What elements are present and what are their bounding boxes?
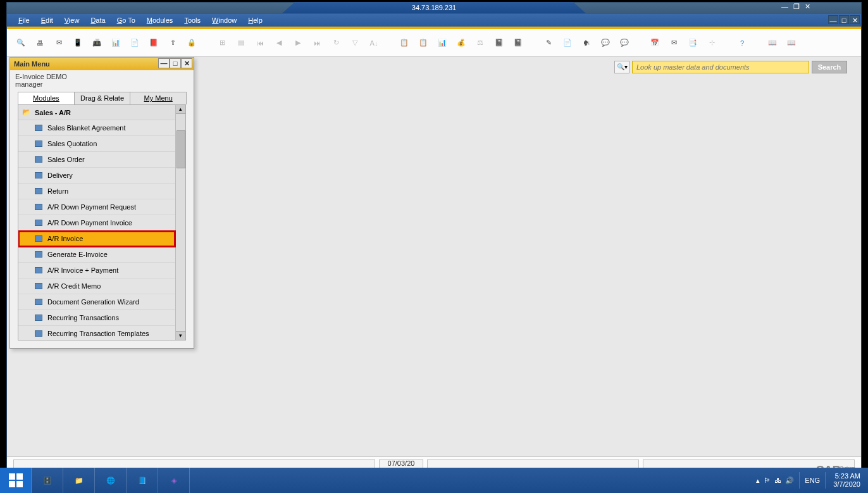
sort-icon: A↓ [366,35,381,51]
document-icon [35,220,42,226]
tray-clock[interactable]: 5:23 AM 3/7/2020 [831,472,863,489]
mm-item-a-r-down-payment-request[interactable]: A/R Down Payment Request [18,199,175,215]
main-menu-title-text: Main Menu [14,60,50,68]
mm-item-a-r-invoice-payment[interactable]: A/R Invoice + Payment [18,263,175,278]
menu-help[interactable]: Help [243,15,268,25]
mm-close-icon[interactable]: ✕ [181,58,192,68]
menu-modules[interactable]: Modules [142,15,178,25]
mm-item-label: A/R Down Payment Invoice [47,219,132,227]
query-icon[interactable]: 💬 [598,35,613,51]
tray-network-icon[interactable]: 🖧 [774,477,781,484]
tray-show-hidden-icon[interactable]: ▴ [756,477,760,485]
first-record-icon: ⏮ [252,35,268,51]
refresh-icon: ↻ [328,35,344,51]
mm-item-label: Sales Blanket Agreement [47,124,126,132]
app-maximize-icon[interactable]: □ [839,15,849,24]
mm-item-a-r-invoice[interactable]: A/R Invoice [18,231,175,247]
mm-item-label: A/R Credit Memo [47,282,101,290]
scroll-up-icon[interactable]: ▴ [176,105,185,114]
search-button[interactable]: Search [812,61,847,73]
mm-scrollbar[interactable]: ▴ ▾ [175,105,185,340]
my-shortcuts-icon[interactable]: 📑 [685,35,700,51]
mm-company-info: E-Invoice DEMO manager [10,70,194,92]
mm-item-sales-blanket-agreement[interactable]: Sales Blanket Agreement [18,120,175,136]
fax-icon[interactable]: 📠 [89,35,104,51]
document-icon [35,125,42,131]
menu-goto[interactable]: Go To [112,15,140,25]
messages-overview-icon[interactable]: ✉ [666,35,681,51]
menu-data[interactable]: Data [85,15,110,25]
mm-section-label: Sales - A/R [35,109,71,116]
mm-item-a-r-down-payment-invoice[interactable]: A/R Down Payment Invoice [18,215,175,231]
window-title-band: ▼ ⊣ ıl 34.73.189.231 — ❐ ✕ [7,3,861,14]
scroll-thumb[interactable] [177,130,185,168]
mm-item-label: A/R Invoice + Payment [47,266,118,274]
document-icon [35,251,42,258]
mm-item-a-r-credit-memo[interactable]: A/R Credit Memo [18,278,175,294]
search-scope-dropdown[interactable]: 🔍▾ [614,61,629,73]
trans-journal-icon: 📓 [511,35,526,51]
mm-minimize-icon[interactable]: — [158,58,170,68]
base-doc-icon: 📋 [397,35,412,51]
mm-item-label: Delivery [47,172,73,179]
minimize-remote-icon[interactable]: — [781,3,788,11]
excel-icon[interactable]: 📊 [108,35,123,51]
mm-item-label: Sales Quotation [47,140,97,147]
mm-item-delivery[interactable]: Delivery [18,168,175,184]
main-menu-titlebar[interactable]: Main Menu — □ ✕ [10,58,194,70]
mm-item-label: A/R Invoice [47,235,83,242]
preview-icon[interactable]: 🔍 [13,35,28,51]
lock-screen-icon[interactable]: 🔒 [184,35,199,51]
query-manager-icon[interactable]: 💬 [617,35,632,51]
menu-window[interactable]: Window [207,15,242,25]
mm-item-document-generation-wizard[interactable]: Document Generation Wizard [18,294,175,310]
close-remote-icon[interactable]: ✕ [805,3,810,11]
mm-item-recurring-transaction-templates[interactable]: Recurring Transaction Templates [18,326,175,340]
svg-rect-3 [16,481,23,487]
form-settings-icon[interactable]: 📄 [560,35,575,51]
menu-tools[interactable]: Tools [179,15,206,25]
payment-means-icon: 💰 [454,35,469,51]
support-icon: 📖 [784,35,799,51]
task-chrome[interactable]: 🌐 [95,468,127,493]
tab-my-menu[interactable]: My Menu [130,92,187,104]
task-visual-studio[interactable]: ◈ [158,468,190,493]
help-icon[interactable]: ? [735,35,750,51]
task-file-explorer[interactable]: 📁 [63,468,95,493]
search-input[interactable] [632,61,809,73]
translate-icon[interactable]: 🗣 [579,35,594,51]
mm-item-recurring-transactions[interactable]: Recurring Transactions [18,310,175,326]
tray-lang[interactable]: ENG [805,477,820,484]
taskbar: 🗄️ 📁 🌐 📘 ◈ ▴ 🏳 🖧 🔊 ENG 5:23 AM 3/7/2020 [0,468,868,493]
tray-sound-icon[interactable]: 🔊 [785,477,794,485]
launch-app-icon[interactable]: ⇧ [165,35,180,51]
mm-item-return[interactable]: Return [18,184,175,199]
content-area: 🔍▾ Search Main Menu — □ ✕ E-Invoice DEMO… [7,57,861,456]
mm-section-header[interactable]: 📂 Sales - A/R [18,105,175,120]
tab-modules[interactable]: Modules [18,92,75,104]
restore-remote-icon[interactable]: ❐ [793,3,800,11]
app-close-icon[interactable]: ✕ [850,15,860,24]
calendar-icon[interactable]: 📅 [647,35,662,51]
mm-item-sales-quotation[interactable]: Sales Quotation [18,136,175,152]
email-icon[interactable]: ✉ [51,35,66,51]
menu-file[interactable]: File [13,15,35,25]
mm-item-label: Sales Order [47,156,85,163]
task-sap-b1[interactable]: 📘 [127,468,158,493]
tray-flag-icon[interactable]: 🏳 [764,477,771,484]
tab-drag-relate[interactable]: Drag & Relate [74,92,131,104]
last-record-icon: ⏭ [309,35,325,51]
print-icon[interactable]: 🖶 [32,35,47,51]
app-minimize-icon[interactable]: — [828,15,838,24]
mm-item-generate-e-invoice[interactable]: Generate E-Invoice [18,247,175,263]
scroll-down-icon[interactable]: ▾ [176,331,185,340]
menu-edit[interactable]: Edit [36,15,58,25]
menu-view[interactable]: View [59,15,85,25]
sms-icon[interactable]: 📱 [70,35,85,51]
layout-designer-icon[interactable]: ✎ [541,35,556,51]
start-button[interactable] [0,468,32,493]
task-server-manager[interactable]: 🗄️ [32,468,63,493]
svg-rect-2 [9,481,15,487]
mm-maximize-icon[interactable]: □ [170,58,181,68]
mm-item-sales-order[interactable]: Sales Order [18,152,175,168]
